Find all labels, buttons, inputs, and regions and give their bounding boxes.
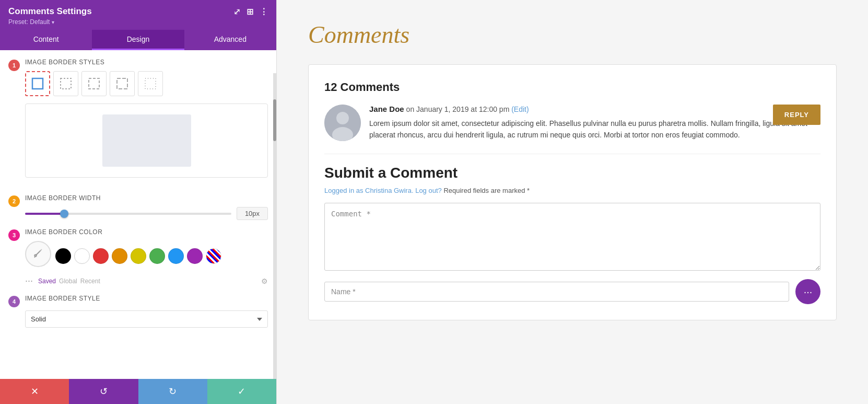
reply-button[interactable]: REPLY: [773, 105, 820, 125]
submit-title: Submit a Comment: [324, 165, 820, 181]
swatch-yellow[interactable]: [131, 248, 146, 264]
edit-link: (Edit): [511, 105, 529, 113]
border-color-label: Image Border Color: [25, 228, 268, 236]
comment-date: on January 1, 2019 at 12:00 pm: [406, 105, 510, 113]
dotted-border-icon: [143, 76, 158, 91]
swatch-purple[interactable]: [187, 248, 203, 264]
comment-textarea[interactable]: [324, 203, 820, 271]
fab-button[interactable]: ···: [795, 279, 820, 304]
comments-container: 12 Comments Jane Doe on January 1, 2019 …: [308, 64, 837, 320]
border-style-select[interactable]: Solid Dashed Dotted Double Groove Ridge …: [25, 310, 268, 328]
section-border-styles: 1 Image Border Styles: [8, 59, 268, 186]
comment-meta: Jane Doe on January 1, 2019 at 12:00 pm …: [369, 105, 820, 113]
swatch-green[interactable]: [149, 248, 165, 264]
columns-icon[interactable]: ⊞: [247, 7, 253, 17]
avatar-image: [324, 105, 361, 141]
swatch-red[interactable]: [93, 248, 109, 264]
panel-header: Comments Settings ⤢ ⊞ ⋮ Preset: Default …: [0, 0, 276, 30]
redo-icon: ↻: [169, 386, 177, 397]
dashed1-border-icon: [58, 76, 73, 91]
section-border-style: 4 Image Border Style Solid Dashed Dotted…: [8, 295, 268, 328]
tab-design[interactable]: Design: [92, 30, 184, 50]
color-tab-recent[interactable]: Recent: [80, 278, 100, 285]
cancel-icon: ✕: [31, 386, 39, 397]
slider-thumb[interactable]: [60, 210, 68, 218]
slider-fill: [25, 213, 62, 215]
scroll-thumb[interactable]: [273, 99, 276, 141]
color-tabs-row: ··· Saved Global Recent ⚙: [25, 275, 268, 286]
ellipsis-icon: ···: [804, 286, 813, 298]
color-tab-global[interactable]: Global: [59, 278, 77, 285]
comment-text: Lorem ipsum dolor sit amet, consectetur …: [369, 118, 820, 141]
undo-icon: ↺: [100, 386, 108, 397]
comment-content: Jane Doe on January 1, 2019 at 12:00 pm …: [369, 105, 820, 141]
expand-icon[interactable]: ⤢: [233, 7, 240, 17]
color-picker-button[interactable]: [25, 241, 51, 267]
border-styles-label: Image Border Styles: [25, 59, 268, 66]
svg-point-10: [336, 112, 349, 124]
section-number-1: 1: [8, 60, 20, 71]
avatar: [324, 105, 361, 141]
swatch-multicolor[interactable]: [206, 248, 221, 264]
image-placeholder: [102, 114, 191, 167]
more-icon[interactable]: ⋮: [260, 7, 268, 17]
border-style-dashed2[interactable]: [81, 71, 107, 96]
svg-rect-0: [32, 78, 43, 89]
panel-title: Comments Settings: [8, 6, 92, 17]
swatch-blue[interactable]: [168, 248, 184, 264]
preset-label: Preset: Default: [8, 18, 50, 26]
border-style-solid[interactable]: [25, 71, 50, 96]
section-body-1: Image Border Styles: [25, 59, 268, 186]
submit-meta: Logged in as Christina Gwira. Log out? R…: [324, 187, 820, 194]
border-styles-options: [25, 71, 268, 96]
logged-in-link: Logged in as Christina Gwira.: [324, 187, 414, 194]
dashed3-border-icon: [115, 76, 130, 91]
panel-content: 1 Image Border Styles: [0, 50, 276, 379]
color-more-icon[interactable]: ···: [25, 275, 33, 286]
border-style-dashed3[interactable]: [110, 71, 135, 96]
color-swatches: [55, 248, 221, 264]
comments-count: 12 Comments: [324, 80, 820, 94]
comment-item: Jane Doe on January 1, 2019 at 12:00 pm …: [324, 105, 820, 141]
redo-button[interactable]: ↻: [138, 379, 207, 404]
section-number-2: 2: [8, 195, 20, 207]
tab-content[interactable]: Content: [0, 30, 92, 50]
save-button[interactable]: ✓: [207, 379, 276, 404]
page-title: Comments: [308, 21, 837, 49]
swatch-white[interactable]: [74, 248, 90, 264]
panel-title-row: Comments Settings ⤢ ⊞ ⋮: [8, 6, 268, 17]
undo-button[interactable]: ↺: [69, 379, 138, 404]
preview-panel: Comments 12 Comments Jane Doe on January…: [277, 0, 868, 404]
swatch-orange[interactable]: [112, 248, 127, 264]
preset-selector[interactable]: Preset: Default ▾: [8, 18, 268, 26]
section-border-color: 3 Image Border Color: [8, 228, 268, 286]
chevron-down-icon: ▾: [52, 19, 54, 25]
swatch-black[interactable]: [55, 248, 71, 264]
border-style-label: Image Border Style: [25, 295, 268, 302]
comment-author: Jane Doe: [369, 105, 404, 113]
settings-panel: Comments Settings ⤢ ⊞ ⋮ Preset: Default …: [0, 0, 277, 404]
section-number-4: 4: [8, 296, 20, 307]
svg-rect-2: [89, 78, 99, 89]
border-style-dashed1[interactable]: [53, 71, 78, 96]
cancel-button[interactable]: ✕: [0, 379, 69, 404]
gear-icon[interactable]: ⚙: [261, 277, 268, 285]
section-number-3: 3: [8, 229, 20, 241]
name-row: ···: [324, 279, 820, 304]
submit-comment-section: Submit a Comment Logged in as Christina …: [324, 154, 820, 304]
slider-track[interactable]: [25, 213, 231, 215]
panel-tabs: Content Design Advanced: [0, 30, 276, 50]
slider-value[interactable]: 10px: [237, 207, 268, 220]
svg-rect-4: [145, 78, 156, 89]
color-picker: ··· Saved Global Recent ⚙: [25, 241, 268, 286]
section-body-2: Image Border Width 10px: [25, 194, 268, 220]
tab-advanced[interactable]: Advanced: [184, 30, 276, 50]
name-input[interactable]: [324, 282, 789, 302]
panel-header-icons: ⤢ ⊞ ⋮: [233, 7, 268, 17]
svg-rect-3: [117, 78, 127, 89]
color-tab-saved[interactable]: Saved: [38, 278, 56, 285]
solid-border-icon: [30, 76, 45, 91]
border-style-dotted[interactable]: [138, 71, 163, 96]
border-width-label: Image Border Width: [25, 194, 268, 202]
panel-toolbar: ✕ ↺ ↻ ✓: [0, 379, 276, 404]
